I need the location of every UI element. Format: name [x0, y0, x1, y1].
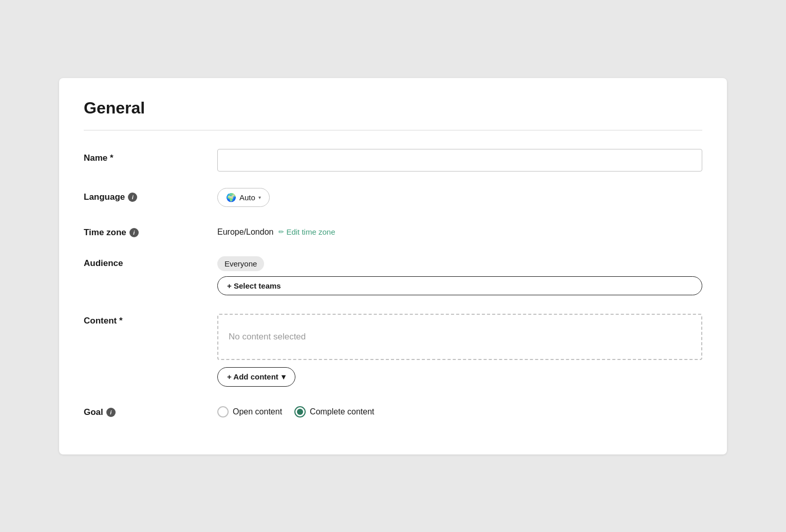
- chevron-down-icon: ▾: [282, 372, 286, 382]
- audience-label: Audience: [84, 254, 217, 269]
- goal-open-label: Open content: [233, 407, 282, 416]
- no-content-text: No content selected: [229, 332, 306, 342]
- radio-complete-inner: [297, 409, 303, 415]
- edit-timezone-link[interactable]: ✏ Edit time zone: [278, 227, 335, 236]
- timezone-control: Europe/London ✏ Edit time zone: [217, 223, 702, 237]
- name-input[interactable]: [217, 149, 702, 172]
- language-value: Auto: [239, 193, 255, 202]
- goal-label: Goal i: [84, 403, 217, 417]
- general-form-card: General Name * Language i 🌍 Auto ▾ Time …: [59, 78, 727, 454]
- page-title: General: [84, 99, 702, 118]
- content-control: No content selected + Add content ▾: [217, 312, 702, 387]
- audience-row: Audience Everyone + Select teams: [84, 254, 702, 295]
- audience-badge: Everyone: [217, 256, 264, 271]
- select-teams-button[interactable]: + Select teams: [217, 276, 702, 295]
- name-control: [217, 149, 702, 172]
- language-row: Language i 🌍 Auto ▾: [84, 188, 702, 207]
- pencil-icon: ✏: [278, 228, 284, 236]
- timezone-display: Europe/London ✏ Edit time zone: [217, 223, 702, 237]
- add-content-label: + Add content: [227, 372, 278, 381]
- content-label: Content *: [84, 312, 217, 326]
- content-drop-zone: No content selected: [217, 314, 702, 360]
- goal-control: Open content Complete content: [217, 403, 702, 417]
- add-content-button[interactable]: + Add content ▾: [217, 367, 295, 387]
- timezone-row: Time zone i Europe/London ✏ Edit time zo…: [84, 223, 702, 238]
- content-area: No content selected + Add content ▾: [217, 312, 702, 387]
- goal-info-icon: i: [106, 408, 116, 417]
- content-row: Content * No content selected + Add cont…: [84, 312, 702, 387]
- goal-group: Open content Complete content: [217, 403, 702, 417]
- name-row: Name *: [84, 149, 702, 172]
- divider: [84, 130, 702, 130]
- timezone-info-icon: i: [129, 228, 139, 237]
- language-info-icon: i: [128, 193, 137, 202]
- chevron-down-icon: ▾: [258, 195, 261, 200]
- name-label: Name *: [84, 149, 217, 163]
- goal-option-complete[interactable]: Complete content: [294, 406, 374, 417]
- audience-control: Everyone + Select teams: [217, 254, 702, 295]
- language-button[interactable]: 🌍 Auto ▾: [217, 188, 270, 207]
- audience-group: Everyone + Select teams: [217, 254, 702, 295]
- language-control: 🌍 Auto ▾: [217, 188, 702, 207]
- goal-option-open[interactable]: Open content: [217, 406, 282, 417]
- timezone-label: Time zone i: [84, 223, 217, 238]
- globe-icon: 🌍: [226, 193, 236, 202]
- timezone-value: Europe/London: [217, 227, 273, 237]
- select-teams-label: + Select teams: [227, 281, 281, 290]
- edit-timezone-label: Edit time zone: [286, 227, 335, 236]
- radio-complete-circle: [294, 406, 306, 417]
- goal-complete-label: Complete content: [310, 407, 374, 416]
- goal-row: Goal i Open content Complete content: [84, 403, 702, 417]
- language-label: Language i: [84, 188, 217, 202]
- radio-open-circle: [217, 406, 229, 417]
